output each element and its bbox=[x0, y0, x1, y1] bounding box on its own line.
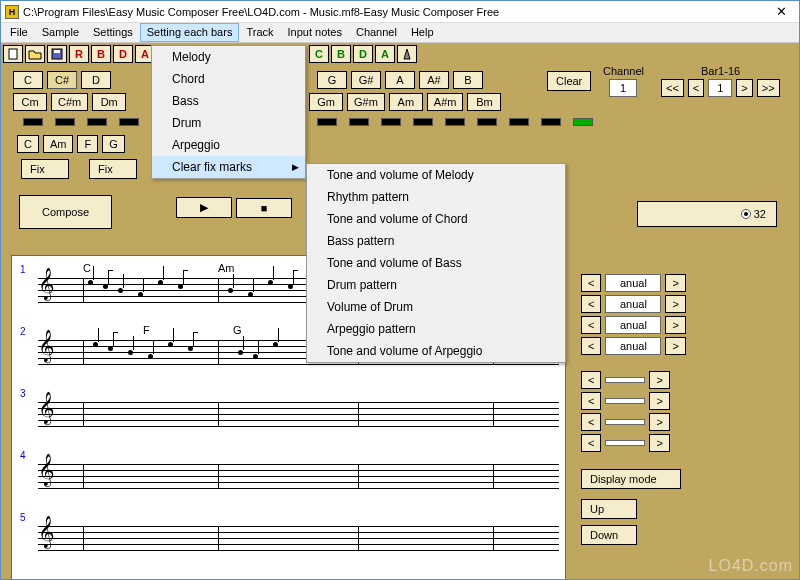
save-icon[interactable] bbox=[47, 45, 67, 63]
side-val-blank[interactable] bbox=[605, 440, 645, 446]
toolbar-d2[interactable]: D bbox=[353, 45, 373, 63]
chord-csharpm[interactable]: C#m bbox=[51, 93, 88, 111]
bar-next[interactable]: > bbox=[736, 79, 752, 97]
bar-prev[interactable]: < bbox=[688, 79, 704, 97]
chord-gsharp[interactable]: G# bbox=[351, 71, 381, 89]
side-next[interactable]: > bbox=[649, 413, 669, 431]
seq-c[interactable]: C bbox=[17, 135, 39, 153]
side-val[interactable]: anual bbox=[605, 295, 661, 313]
side-next[interactable]: > bbox=[649, 392, 669, 410]
toolbar-b[interactable]: B bbox=[91, 45, 111, 63]
submenu-item[interactable]: Tone and volume of Arpeggio bbox=[307, 340, 565, 362]
chord-g[interactable]: G bbox=[317, 71, 347, 89]
menu-item[interactable]: Melody bbox=[152, 46, 305, 68]
submenu-item[interactable]: Drum pattern bbox=[307, 274, 565, 296]
side-val-blank[interactable] bbox=[605, 419, 645, 425]
menu-item[interactable]: Bass bbox=[152, 90, 305, 112]
side-next[interactable]: > bbox=[649, 434, 669, 452]
new-file-icon[interactable] bbox=[3, 45, 23, 63]
play-button[interactable]: ▶ bbox=[176, 197, 232, 218]
chord-csharp[interactable]: C# bbox=[47, 71, 77, 89]
menu-input-notes[interactable]: Input notes bbox=[281, 23, 349, 42]
side-next[interactable]: > bbox=[665, 295, 685, 313]
chord-gm[interactable]: Gm bbox=[309, 93, 343, 111]
submenu-item[interactable]: Tone and volume of Bass bbox=[307, 252, 565, 274]
menu-item[interactable]: Arpeggio bbox=[152, 134, 305, 156]
fix-button-2[interactable]: Fix bbox=[89, 159, 137, 179]
submenu-item[interactable]: Arpeggio pattern bbox=[307, 318, 565, 340]
bar-last[interactable]: >> bbox=[757, 79, 780, 97]
side-next[interactable]: > bbox=[649, 371, 669, 389]
toolbar-c2[interactable]: C bbox=[309, 45, 329, 63]
open-file-icon[interactable] bbox=[25, 45, 45, 63]
side-prev[interactable]: < bbox=[581, 392, 601, 410]
stop-button[interactable]: ■ bbox=[236, 198, 292, 218]
display-mode-button[interactable]: Display mode bbox=[581, 469, 681, 489]
fix-button-1[interactable]: Fix bbox=[21, 159, 69, 179]
bar-first[interactable]: << bbox=[661, 79, 684, 97]
side-val[interactable]: anual bbox=[605, 337, 661, 355]
side-prev[interactable]: < bbox=[581, 434, 601, 452]
submenu-item[interactable]: Tone and volume of Melody bbox=[307, 164, 565, 186]
toolbar-d[interactable]: D bbox=[113, 45, 133, 63]
side-val[interactable]: anual bbox=[605, 316, 661, 334]
toolbar-a2[interactable]: A bbox=[375, 45, 395, 63]
side-next[interactable]: > bbox=[665, 316, 685, 334]
menu-file[interactable]: File bbox=[3, 23, 35, 42]
side-prev[interactable]: < bbox=[581, 274, 601, 292]
menu-help[interactable]: Help bbox=[404, 23, 441, 42]
down-button[interactable]: Down bbox=[581, 525, 637, 545]
menu-item[interactable]: Clear fix marks▶ bbox=[152, 156, 305, 178]
menu-setting-each-bars[interactable]: Setting each bars bbox=[140, 23, 240, 42]
chord-c[interactable]: C bbox=[13, 71, 43, 89]
titlebar: H C:\Program Files\Easy Music Composer F… bbox=[1, 1, 799, 23]
note bbox=[268, 280, 273, 285]
chord-am[interactable]: Am bbox=[389, 93, 423, 111]
side-prev[interactable]: < bbox=[581, 413, 601, 431]
menu-item[interactable]: Drum bbox=[152, 112, 305, 134]
side-val[interactable]: anual bbox=[605, 274, 661, 292]
side-next[interactable]: > bbox=[665, 337, 685, 355]
chord-d[interactable]: D bbox=[81, 71, 111, 89]
toolbar-b2[interactable]: B bbox=[331, 45, 351, 63]
menu-sample[interactable]: Sample bbox=[35, 23, 86, 42]
side-next[interactable]: > bbox=[665, 274, 685, 292]
submenu-item[interactable]: Tone and volume of Chord bbox=[307, 208, 565, 230]
chord-gsharpm[interactable]: G#m bbox=[347, 93, 385, 111]
chord-bm[interactable]: Bm bbox=[467, 93, 501, 111]
side-val-blank[interactable] bbox=[605, 398, 645, 404]
chord-cm[interactable]: Cm bbox=[13, 93, 47, 111]
up-button[interactable]: Up bbox=[581, 499, 637, 519]
clear-button[interactable]: Clear bbox=[547, 71, 591, 91]
seq-am[interactable]: Am bbox=[43, 135, 74, 153]
submenu-item[interactable]: Rhythm pattern bbox=[307, 186, 565, 208]
metronome-icon[interactable] bbox=[397, 45, 417, 63]
radio-32[interactable] bbox=[741, 209, 751, 219]
side-prev[interactable]: < bbox=[581, 371, 601, 389]
bar-value[interactable]: 1 bbox=[708, 79, 732, 97]
chord-asharp[interactable]: A# bbox=[419, 71, 449, 89]
menu-channel[interactable]: Channel bbox=[349, 23, 404, 42]
menu-item[interactable]: Chord bbox=[152, 68, 305, 90]
side-prev[interactable]: < bbox=[581, 337, 601, 355]
side-prev[interactable]: < bbox=[581, 295, 601, 313]
side-val-blank[interactable] bbox=[605, 377, 645, 383]
compose-button[interactable]: Compose bbox=[19, 195, 112, 229]
chord-dm[interactable]: Dm bbox=[92, 93, 126, 111]
chord-asharpm[interactable]: A#m bbox=[427, 93, 464, 111]
submenu-item[interactable]: Bass pattern bbox=[307, 230, 565, 252]
side-prev[interactable]: < bbox=[581, 316, 601, 334]
app-icon: H bbox=[5, 5, 19, 19]
close-button[interactable]: ✕ bbox=[767, 4, 795, 19]
chord-b[interactable]: B bbox=[453, 71, 483, 89]
chord-a[interactable]: A bbox=[385, 71, 415, 89]
channel-value[interactable]: 1 bbox=[609, 79, 637, 97]
seq-g[interactable]: G bbox=[102, 135, 125, 153]
led bbox=[317, 118, 337, 126]
toolbar-r[interactable]: R bbox=[69, 45, 89, 63]
submenu-item[interactable]: Volume of Drum bbox=[307, 296, 565, 318]
menu-settings[interactable]: Settings bbox=[86, 23, 140, 42]
menu-track[interactable]: Track bbox=[239, 23, 280, 42]
seq-f[interactable]: F bbox=[77, 135, 98, 153]
note bbox=[253, 354, 258, 359]
